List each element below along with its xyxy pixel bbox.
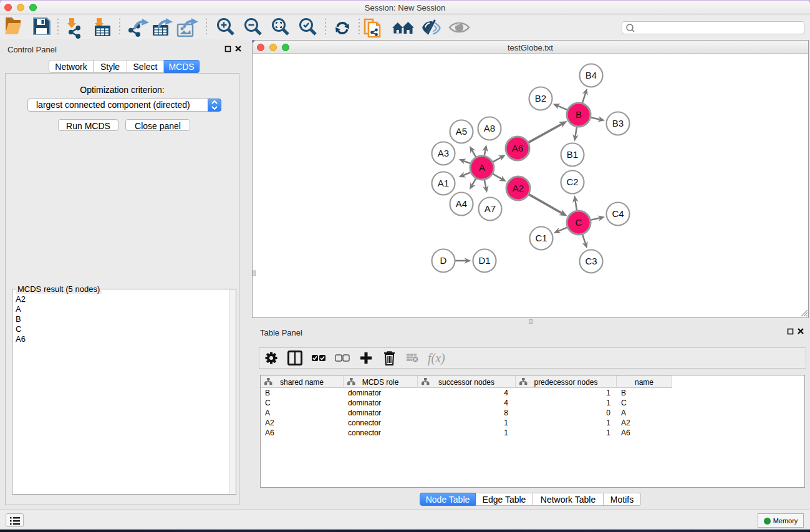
- svg-text:C2: C2: [566, 177, 578, 187]
- svg-text:A6: A6: [512, 143, 523, 153]
- svg-text:B4: B4: [586, 70, 597, 80]
- svg-text:B1: B1: [567, 149, 578, 160]
- svg-text:A4: A4: [456, 198, 467, 209]
- svg-text:A1: A1: [438, 178, 449, 188]
- svg-text:A2: A2: [513, 183, 524, 193]
- svg-text:A5: A5: [456, 126, 467, 137]
- svg-text:A7: A7: [485, 203, 496, 214]
- svg-text:A8: A8: [484, 123, 495, 133]
- svg-text:C4: C4: [612, 208, 624, 219]
- svg-text:B: B: [576, 109, 582, 120]
- svg-text:f(x): f(x): [428, 351, 445, 365]
- svg-text:A: A: [479, 162, 485, 173]
- svg-text:D: D: [440, 255, 447, 266]
- svg-text:B2: B2: [535, 93, 546, 104]
- svg-text:C: C: [576, 217, 582, 228]
- svg-text:B3: B3: [612, 118, 624, 128]
- svg-text:A3: A3: [438, 148, 449, 158]
- svg-text:D1: D1: [478, 255, 490, 266]
- svg-text:C1: C1: [535, 233, 547, 243]
- svg-text:C3: C3: [585, 256, 597, 266]
